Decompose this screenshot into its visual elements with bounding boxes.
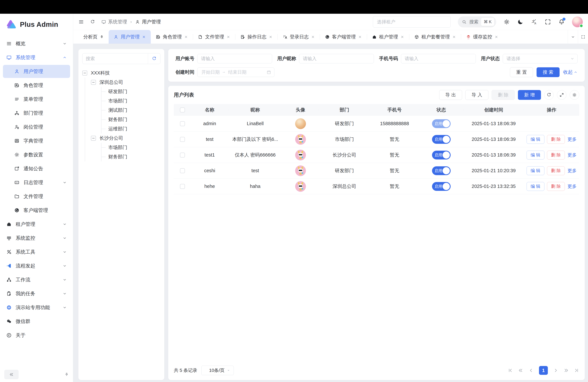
sidebar-toggle-icon[interactable]: [78, 19, 84, 25]
tab-login-log[interactable]: 登录日志: [278, 30, 320, 44]
status-toggle[interactable]: 启用: [432, 166, 451, 175]
fullscreen-button[interactable]: [545, 19, 551, 25]
close-icon[interactable]: [494, 35, 498, 39]
edit-button[interactable]: 编辑: [526, 182, 544, 191]
sidebar-item-system-tools[interactable]: 系统工具: [3, 245, 70, 258]
table-settings-button[interactable]: [570, 90, 579, 100]
sidebar-item-about[interactable]: 关于: [3, 329, 70, 342]
close-icon[interactable]: [142, 35, 146, 39]
page-size-select[interactable]: 10条/页: [201, 366, 234, 375]
avatar[interactable]: [572, 17, 583, 27]
close-icon[interactable]: [269, 35, 273, 39]
phone-input[interactable]: [401, 54, 476, 64]
tab-analysis[interactable]: 分析页: [78, 30, 109, 44]
more-button[interactable]: 更多: [567, 168, 577, 174]
edit-button[interactable]: 编辑: [526, 166, 544, 175]
status-toggle[interactable]: 启用: [432, 135, 451, 144]
tree-node[interactable]: 长沙分公司: [85, 133, 160, 143]
row-checkbox[interactable]: [180, 137, 185, 142]
sidebar-item-file-mgmt[interactable]: 文件管理: [3, 190, 70, 203]
delete-button[interactable]: 删除: [547, 166, 565, 175]
collapse-box-icon[interactable]: [91, 136, 96, 141]
sidebar-item-wechat-group[interactable]: 微信群: [3, 315, 70, 328]
date-range-input[interactable]: 开始日期 结束日期: [197, 67, 274, 77]
breadcrumb-page[interactable]: 用户管理: [135, 19, 161, 25]
close-icon[interactable]: [400, 35, 404, 39]
tree-node[interactable]: 测试部门: [102, 106, 160, 115]
pin-icon[interactable]: [64, 372, 69, 377]
sidebar-item-notice[interactable]: 通知公告: [3, 162, 70, 175]
tab-tenant-mgmt[interactable]: 租户管理: [367, 30, 409, 44]
sidebar-item-system-monitor[interactable]: 系统监控: [3, 232, 70, 245]
close-icon[interactable]: [358, 35, 362, 39]
collapse-box-icon[interactable]: [82, 71, 87, 75]
tab-file-mgmt[interactable]: 文件管理: [193, 30, 235, 44]
account-input[interactable]: [197, 54, 272, 64]
dark-mode-button[interactable]: [517, 19, 524, 25]
tree-search-input[interactable]: [83, 56, 148, 61]
tab-client-mgmt[interactable]: 客户端管理: [320, 30, 367, 44]
next-5-pages-button[interactable]: [564, 368, 569, 373]
sidebar-item-system-mgmt[interactable]: 系统管理: [3, 51, 70, 64]
tree-node[interactable]: 财务部门: [102, 115, 160, 124]
tree-node[interactable]: 深圳总公司: [85, 78, 160, 87]
export-button[interactable]: 导出: [439, 90, 462, 100]
refresh-icon[interactable]: [90, 20, 95, 24]
tree-node[interactable]: 财务部门: [102, 152, 160, 161]
collapse-filters-link[interactable]: 收起: [563, 69, 578, 75]
tree-node[interactable]: 研发部门: [102, 87, 160, 96]
tab-list-dropdown-button[interactable]: [568, 30, 578, 44]
last-page-button[interactable]: [574, 368, 579, 373]
notifications-button[interactable]: [558, 19, 565, 25]
add-button[interactable]: 新增: [518, 90, 541, 100]
reset-button[interactable]: 重置: [510, 67, 533, 77]
tree-node[interactable]: 市场部门: [102, 96, 160, 106]
sidebar-item-post-mgmt[interactable]: 岗位管理: [3, 120, 70, 133]
tab-user-mgmt[interactable]: 用户管理: [109, 30, 151, 44]
table-fullscreen-button[interactable]: [557, 90, 567, 100]
sidebar-item-menu-mgmt[interactable]: 菜单管理: [3, 93, 70, 106]
close-icon[interactable]: [226, 35, 230, 39]
global-search-button[interactable]: 搜索 ⌘ K: [458, 16, 496, 27]
more-button[interactable]: 更多: [567, 136, 577, 143]
next-page-button[interactable]: [553, 368, 558, 373]
delete-button[interactable]: 删除: [547, 151, 565, 159]
row-checkbox[interactable]: [180, 168, 185, 173]
row-checkbox[interactable]: [180, 184, 185, 189]
tree-node[interactable]: 市场部门: [102, 143, 160, 152]
sidebar-item-role-mgmt[interactable]: 角色管理: [3, 79, 70, 92]
sidebar-item-workflow[interactable]: 工作流: [3, 273, 70, 286]
settings-button[interactable]: [504, 19, 510, 25]
delete-button[interactable]: 删除: [547, 182, 565, 191]
table-refresh-button[interactable]: [544, 90, 554, 100]
breadcrumb-section[interactable]: 系统管理: [101, 19, 127, 25]
content-fullscreen-button[interactable]: [578, 30, 588, 44]
import-button[interactable]: 导入: [465, 90, 488, 100]
sidebar-item-log-mgmt[interactable]: DEV 日志管理: [3, 176, 70, 189]
tab-operation-log[interactable]: 操作日志: [235, 30, 277, 44]
prev-page-button[interactable]: [528, 368, 533, 373]
sidebar-item-demo-features[interactable]: 演示站专用功能: [3, 301, 70, 314]
status-toggle[interactable]: 启用: [432, 119, 451, 128]
tree-node[interactable]: 运维部门: [102, 124, 160, 133]
sidebar-item-dict-mgmt[interactable]: 字典管理: [3, 134, 70, 147]
status-select[interactable]: 请选择: [503, 54, 578, 64]
status-toggle[interactable]: 启用: [432, 182, 451, 191]
tree-refresh-button[interactable]: [148, 53, 160, 64]
pin-icon[interactable]: [100, 35, 104, 39]
row-checkbox[interactable]: [180, 153, 185, 157]
sidebar-item-dept-mgmt[interactable]: 部门管理: [3, 106, 70, 120]
nickname-input[interactable]: [299, 54, 374, 64]
sidebar-item-tenant-mgmt[interactable]: 租户管理: [3, 218, 70, 231]
delete-button[interactable]: 删除: [492, 90, 515, 100]
tab-cache-monitor[interactable]: redis 缓存监控: [461, 30, 503, 44]
sidebar-collapse-button[interactable]: [4, 370, 19, 379]
more-button[interactable]: 更多: [567, 183, 577, 190]
select-all-checkbox[interactable]: [180, 107, 185, 112]
tab-tenant-package-mgmt[interactable]: 租户套餐管理: [409, 30, 461, 44]
close-icon[interactable]: [184, 35, 188, 39]
sidebar-item-param-settings[interactable]: 参数设置: [3, 148, 70, 161]
row-checkbox[interactable]: [180, 121, 185, 126]
more-button[interactable]: 更多: [567, 152, 577, 158]
sidebar-item-my-tasks[interactable]: 我的任务: [3, 287, 70, 300]
